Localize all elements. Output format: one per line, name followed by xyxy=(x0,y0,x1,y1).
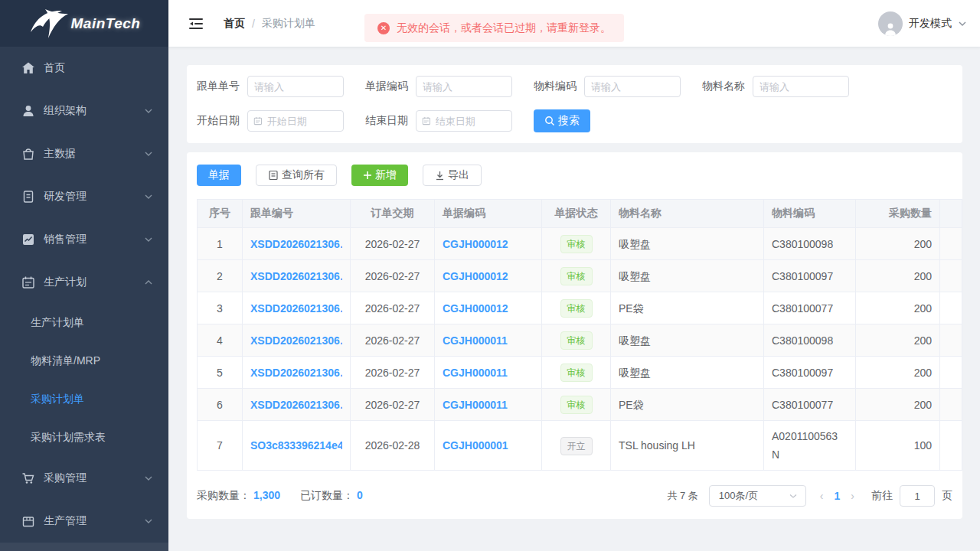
cell-seq: 2 xyxy=(198,260,243,292)
sidebar-item-production-management[interactable]: 生产管理 xyxy=(0,500,168,543)
query-all-button[interactable]: 查询所有 xyxy=(256,165,337,186)
table-panel: 单据 查询所有 新增 导出 xyxy=(187,152,962,519)
session-error-alert: ✕ 无效的会话，或者会话已过期，请重新登录。 xyxy=(364,14,624,42)
cell-doc-code: CGJH000012 xyxy=(435,228,542,260)
doc-code-input[interactable] xyxy=(416,76,512,97)
cell-doc-code: CGJH000011 xyxy=(435,357,542,389)
start-date-input[interactable] xyxy=(267,116,338,127)
cell-filler xyxy=(940,228,962,260)
export-button[interactable]: 导出 xyxy=(423,165,482,186)
sidebar-subitem-bom-mrp[interactable]: 物料清单/MRP xyxy=(0,342,168,380)
home-icon xyxy=(21,61,35,75)
document-button[interactable]: 单据 xyxy=(197,165,241,186)
doc-code-link[interactable]: CGJH000011 xyxy=(443,364,534,382)
chevron-down-icon xyxy=(144,149,153,158)
cell-material-code: C380100077 xyxy=(764,389,856,421)
sidebar-subitem-purchase-plan-order[interactable]: 采购计划单 xyxy=(0,380,168,419)
goto-label: 前往 xyxy=(871,489,893,503)
page-unit-label: 页 xyxy=(942,489,952,503)
cell-follow-no: SO3c833396214e40 xyxy=(243,421,351,471)
material-code-input[interactable] xyxy=(584,76,681,97)
table-row: 5 XSDD2026021306… 2026-02-27 CGJH000011 … xyxy=(198,357,962,389)
follow-no-link[interactable]: XSDD2026021306… xyxy=(250,267,342,285)
cell-delivery-date: 2026-02-27 xyxy=(351,389,435,421)
table-row: 7 SO3c833396214e40 2026-02-28 CGJH000001… xyxy=(198,421,962,471)
user-menu[interactable]: 开发模式 xyxy=(878,11,967,36)
cell-follow-no: XSDD2026021306… xyxy=(243,357,351,389)
cell-qty: 200 xyxy=(856,324,940,357)
search-button[interactable]: 搜索 xyxy=(534,109,590,132)
end-date-input[interactable] xyxy=(436,116,507,127)
sidebar-item-rd-management[interactable]: 研发管理 xyxy=(0,175,168,218)
sidebar-item-sales-management[interactable]: 销售管理 xyxy=(0,218,168,261)
follow-no-input[interactable] xyxy=(247,76,344,97)
doc-code-link[interactable]: CGJH000012 xyxy=(443,299,534,318)
start-date-picker[interactable] xyxy=(247,110,344,132)
goto-page-input[interactable] xyxy=(900,485,935,507)
page-size-select[interactable]: 100条/页 xyxy=(709,485,806,507)
search-button-label: 搜索 xyxy=(558,114,580,128)
sidebar-item-home[interactable]: 首页 xyxy=(0,47,168,90)
start-date-label: 开始日期 xyxy=(197,114,247,128)
follow-no-link[interactable]: SO3c833396214e40 xyxy=(250,436,342,455)
follow-no-link[interactable]: XSDD2026021306… xyxy=(250,364,342,382)
status-badge: 审核 xyxy=(560,267,593,285)
query-all-label: 查询所有 xyxy=(282,168,325,182)
sidebar-item-purchase-management[interactable]: 采购管理 xyxy=(0,457,168,500)
breadcrumb-home[interactable]: 首页 xyxy=(224,17,245,31)
material-name-input[interactable] xyxy=(753,76,849,97)
purchase-qty-label: 采购数量： xyxy=(197,489,250,501)
next-page-button[interactable]: › xyxy=(851,490,854,502)
col-header-delivery-date: 订单交期 xyxy=(351,200,435,228)
cell-material-name: 吸塑盘 xyxy=(611,228,764,260)
doc-code-link[interactable]: CGJH000011 xyxy=(443,396,534,414)
ordered-qty-value: 0 xyxy=(357,489,363,501)
pagination-total: 共 7 条 xyxy=(667,489,697,503)
sidebar-scrollbar[interactable] xyxy=(0,543,168,551)
follow-no-link[interactable]: XSDD2026021306… xyxy=(250,299,342,318)
sidebar-item-label: 销售管理 xyxy=(44,233,87,246)
sidebar-fold-icon[interactable] xyxy=(188,17,204,31)
brand-logo[interactable]: MainTech xyxy=(0,0,168,47)
goto-page: 前往 页 xyxy=(871,485,952,507)
filter-start-date: 开始日期 xyxy=(197,110,365,132)
col-header-material-code: 物料编码 xyxy=(764,200,856,228)
doc-code-link[interactable]: CGJH000001 xyxy=(443,436,534,455)
end-date-picker[interactable] xyxy=(416,110,512,132)
brand-name: MainTech xyxy=(71,15,141,32)
sidebar-subitem-purchase-plan-demand[interactable]: 采购计划需求表 xyxy=(0,419,168,457)
breadcrumb: 首页 / 采购计划单 xyxy=(224,17,315,31)
doc-code-link[interactable]: CGJH000011 xyxy=(443,331,534,350)
add-button[interactable]: 新增 xyxy=(351,165,408,186)
cell-material-code: A0201100563N xyxy=(764,421,856,471)
prev-page-button[interactable]: ‹ xyxy=(820,490,824,502)
list-document-icon xyxy=(268,170,279,181)
doc-code-link[interactable]: CGJH000012 xyxy=(443,267,534,285)
sidebar-item-master-data[interactable]: 主数据 xyxy=(0,132,168,175)
material-code-label: 物料编码 xyxy=(534,80,584,93)
cell-follow-no: XSDD2026021306… xyxy=(243,389,351,421)
filter-doc-code: 单据编码 xyxy=(365,76,534,97)
cell-filler xyxy=(940,292,962,324)
filter-panel: 跟单单号 单据编码 物料编码 物料名称 xyxy=(187,65,962,143)
cell-qty: 200 xyxy=(856,260,940,292)
follow-no-link[interactable]: XSDD2026021306… xyxy=(250,235,342,253)
follow-no-link[interactable]: XSDD2026021306… xyxy=(250,396,342,414)
sidebar-subitem-production-plan-order[interactable]: 生产计划单 xyxy=(0,304,168,342)
cell-material-code: C380100097 xyxy=(764,260,856,292)
current-page-number[interactable]: 1 xyxy=(835,490,841,502)
col-header-filler xyxy=(940,200,962,228)
sidebar-item-organization[interactable]: 组织架构 xyxy=(0,90,168,132)
breadcrumb-separator: / xyxy=(252,18,255,30)
doc-code-link[interactable]: CGJH000012 xyxy=(443,235,534,253)
doc-code-label: 单据编码 xyxy=(365,80,416,93)
chevron-down-icon xyxy=(789,491,798,500)
sidebar-item-production-plan[interactable]: 生产计划 xyxy=(0,261,168,304)
download-icon xyxy=(435,171,445,181)
status-badge: 审核 xyxy=(560,364,593,382)
follow-no-link[interactable]: XSDD2026021306… xyxy=(250,331,342,350)
cell-follow-no: XSDD2026021306… xyxy=(243,324,351,357)
cell-qty: 200 xyxy=(856,389,940,421)
table-row: 3 XSDD2026021306… 2026-02-27 CGJH000012 … xyxy=(198,292,962,324)
sidebar-item-label: 采购管理 xyxy=(44,471,87,485)
